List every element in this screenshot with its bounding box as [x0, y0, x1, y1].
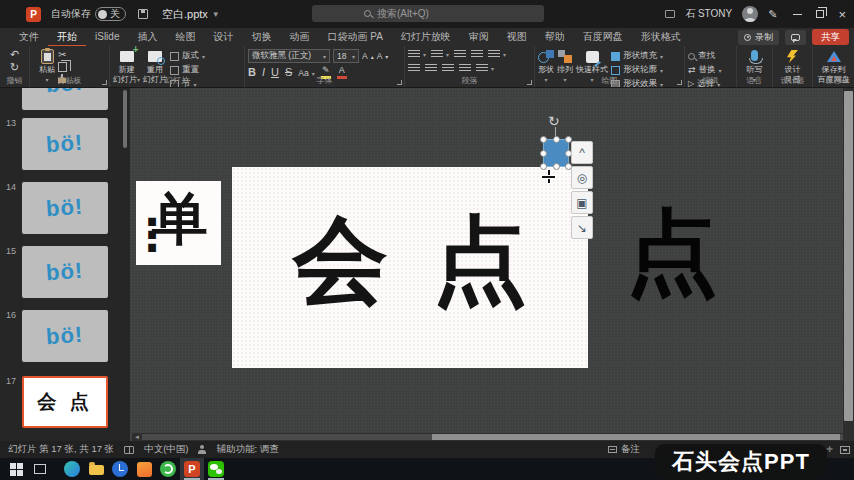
tab-review[interactable]: 审阅	[460, 28, 498, 47]
undo-button[interactable]: ↶	[10, 49, 19, 60]
tab-animations[interactable]: 动画	[280, 28, 318, 47]
resize-handle-sw[interactable]	[540, 163, 547, 170]
redo-button[interactable]: ↻	[10, 62, 19, 73]
shape-fill-button[interactable]: 形状填充	[611, 50, 663, 62]
tab-draw[interactable]: 绘图	[166, 28, 204, 47]
tab-shape-format[interactable]: 形状格式	[632, 28, 690, 47]
collapse-ribbon-icon[interactable]: ▾	[845, 76, 849, 85]
cut-button[interactable]: ✂	[58, 50, 67, 60]
rotate-handle-icon[interactable]: ↻	[548, 114, 560, 128]
vscroll-thumb[interactable]	[844, 91, 853, 421]
notes-toggle[interactable]: 备注	[608, 443, 640, 456]
restore-button[interactable]	[816, 10, 824, 18]
decrease-indent-button[interactable]	[454, 50, 466, 59]
dialog-launcher-icon[interactable]	[102, 80, 107, 85]
sidebar-scrollbar[interactable]	[123, 90, 127, 148]
copy-button[interactable]	[58, 62, 67, 72]
align-left-button[interactable]	[408, 64, 420, 73]
record-button[interactable]: 录制	[738, 30, 779, 45]
comments-button[interactable]	[785, 30, 806, 45]
slide-title-text[interactable]: 会 点	[293, 213, 527, 322]
vertical-scrollbar[interactable]	[843, 88, 854, 441]
decrease-font-button[interactable]: A▾	[377, 51, 389, 61]
editing-canvas[interactable]: ⋮ 单 会 点 点 ↻ ^ ◎ ▣ ↘ ◂	[130, 88, 843, 441]
scroll-left-icon[interactable]: ◂	[132, 433, 142, 441]
duplicate-tool-button[interactable]: ▣	[571, 191, 593, 214]
tab-islide[interactable]: iSlide	[86, 29, 128, 45]
hscroll-track[interactable]	[142, 434, 843, 440]
slide-thumbnail-14[interactable]: 14 bö!	[22, 182, 108, 234]
start-button[interactable]	[4, 458, 28, 480]
slide-thumbnail-17-selected[interactable]: 17 会 点	[22, 376, 108, 428]
tab-slideshow[interactable]: 幻灯片放映	[392, 28, 460, 47]
minimize-button[interactable]	[793, 14, 802, 15]
collapse-toolbar-button[interactable]: ^	[571, 141, 593, 164]
tab-help[interactable]: 帮助	[536, 28, 574, 47]
taskbar-edge[interactable]	[60, 458, 84, 480]
tab-design[interactable]: 设计	[204, 28, 242, 47]
resize-handle-s[interactable]	[553, 163, 560, 170]
taskbar-green-app[interactable]	[156, 458, 180, 480]
document-title[interactable]: 空白.pptx▼	[162, 7, 220, 22]
slide-thumbnail-16[interactable]: 16 bö!	[22, 310, 108, 362]
resize-handle-n[interactable]	[553, 136, 560, 143]
dialog-launcher-icon[interactable]	[527, 80, 532, 85]
taskbar-wechat[interactable]	[204, 458, 228, 480]
find-button[interactable]: 查找	[688, 50, 722, 62]
horizontal-scrollbar[interactable]: ◂	[132, 433, 843, 441]
powerpoint-app-icon[interactable]: P	[26, 7, 41, 22]
search-input[interactable]: 搜索(Alt+Q)	[312, 5, 544, 22]
layout-button[interactable]: 版式	[170, 50, 205, 62]
taskbar-clock-app[interactable]	[108, 458, 132, 480]
spellcheck-icon[interactable]	[124, 446, 134, 454]
close-button[interactable]: ×	[838, 8, 846, 21]
font-name-select[interactable]: 微软雅黑 (正文)	[248, 49, 330, 63]
task-view-button[interactable]	[28, 458, 52, 480]
autosave-toggle[interactable]: 自动保存 关	[51, 7, 126, 21]
font-size-select[interactable]: 18	[333, 49, 359, 63]
align-right-button[interactable]	[442, 64, 454, 73]
taskbar-powerpoint[interactable]: P	[180, 458, 204, 480]
tab-insert[interactable]: 插入	[128, 28, 166, 47]
justify-button[interactable]	[459, 64, 471, 73]
bullets-button[interactable]	[408, 49, 426, 59]
slide-thumbnail-partial[interactable]: bö!	[22, 88, 108, 110]
current-slide[interactable]: 会 点	[232, 167, 588, 368]
target-tool-button[interactable]: ◎	[571, 166, 593, 189]
share-button[interactable]: 共享	[812, 29, 849, 45]
slide-thumbnail-13[interactable]: 13 bö!	[22, 118, 108, 170]
hscroll-thumb[interactable]	[432, 434, 840, 440]
slide-thumbnail-15[interactable]: 15 bö!	[22, 246, 108, 298]
dialog-launcher-icon[interactable]	[397, 80, 402, 85]
columns-button[interactable]	[476, 63, 494, 73]
resize-tool-button[interactable]: ↘	[571, 216, 593, 239]
numbering-button[interactable]	[431, 49, 449, 59]
resize-handle-w[interactable]	[540, 150, 547, 157]
line-spacing-button[interactable]	[488, 49, 506, 59]
offslide-text[interactable]: 点	[626, 206, 718, 298]
taskbar-orange-app[interactable]	[132, 458, 156, 480]
tab-file[interactable]: 文件	[10, 28, 48, 47]
language-status[interactable]: 中文(中国)	[144, 443, 188, 456]
tab-transitions[interactable]: 切换	[242, 28, 280, 47]
selected-blue-shape[interactable]	[543, 139, 569, 167]
user-avatar[interactable]	[742, 6, 758, 22]
tab-baidu-netdisk[interactable]: 百度网盘	[574, 28, 632, 47]
fit-to-window-icon[interactable]	[840, 446, 850, 454]
save-icon[interactable]	[138, 9, 148, 19]
taskbar-file-explorer[interactable]	[84, 458, 108, 480]
tab-home[interactable]: 开始	[48, 28, 86, 47]
align-center-button[interactable]	[425, 64, 437, 73]
zoom-level-icon[interactable]: ✛	[826, 445, 833, 454]
user-name[interactable]: 石 STONY	[685, 7, 732, 21]
autosave-switch[interactable]: 关	[95, 7, 126, 21]
increase-font-button[interactable]: A▴	[362, 51, 374, 61]
pen-mode-icon[interactable]: ✎	[768, 8, 777, 21]
accessibility-status[interactable]: 辅助功能: 调查	[216, 443, 278, 456]
tab-pocket-animation[interactable]: 口袋动画 PA	[318, 28, 391, 47]
tab-view[interactable]: 视图	[498, 28, 536, 47]
dialog-launcher-icon[interactable]	[677, 80, 682, 85]
offcanvas-slide-fragment[interactable]: ⋮ 单	[136, 181, 221, 265]
increase-indent-button[interactable]	[471, 50, 483, 59]
resize-handle-nw[interactable]	[540, 136, 547, 143]
